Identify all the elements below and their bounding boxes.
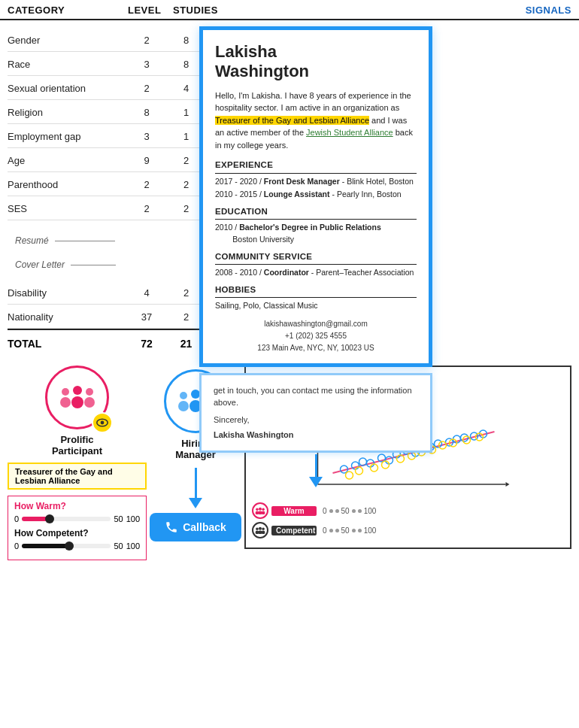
cover-letter-inner: get in touch, you can contact me using t… <box>203 377 429 449</box>
chart-scales: Warm 0 50 100 <box>252 502 564 538</box>
row-category-parenthood: Parenthood <box>8 179 128 190</box>
row-category-religion: Religion <box>8 107 128 118</box>
cover-letter-card: get in touch, you can contact me using t… <box>199 373 432 453</box>
cover-letter-label: Cover Letter <box>15 259 65 270</box>
row-level-race: 3 <box>128 59 165 70</box>
main-content: Gender 2 8 261 Race 3 8 261 Sexual orien… <box>0 20 579 354</box>
education-title: EDUCATION <box>215 205 417 220</box>
resume-label: Resumé <box>15 235 49 246</box>
doc-labels-spacer: Resumé Cover Letter <box>8 220 226 281</box>
warm-people-small <box>255 507 265 514</box>
row-level-religion: 8 <box>128 107 165 118</box>
resume-name: LakishaWashington <box>215 42 417 82</box>
warm-scale-row: 0 50 100 <box>14 514 140 523</box>
resume-card: LakishaWashington Hello, I'm Lakisha. I … <box>199 26 432 367</box>
table-row: Age 9 2 9 <box>8 148 226 172</box>
total-level: 72 <box>128 338 165 350</box>
row-category-gender: Gender <box>8 35 128 46</box>
svg-point-2 <box>73 386 82 395</box>
svg-point-61 <box>262 511 265 514</box>
hobbies-title: HOBBIES <box>215 284 417 298</box>
svg-point-62 <box>256 528 259 531</box>
row-level-disability: 4 <box>128 287 165 299</box>
header-studies: STUDIES <box>173 5 226 16</box>
resume-bio: Hello, I'm Lakisha. I have 8 years of ex… <box>215 89 417 152</box>
svg-point-8 <box>180 392 187 399</box>
experience-title: EXPERIENCE <box>215 159 417 173</box>
connector-line <box>315 454 317 477</box>
competent-thumb <box>65 541 74 551</box>
table-row: Parenthood 2 2 2 <box>8 172 226 196</box>
svg-point-67 <box>262 531 265 534</box>
row-category-nationality: Nationality <box>8 311 128 323</box>
rows-container: Gender 2 8 261 Race 3 8 261 Sexual orien… <box>8 28 226 354</box>
competent-scale-bar <box>22 544 111 548</box>
competent-scale-label: Competent <box>271 526 317 535</box>
row-category-age: Age <box>8 155 128 166</box>
resume-contact: lakishawashington@gmail.com +1 (202) 325… <box>215 318 417 354</box>
row-level-employment: 3 <box>128 131 165 142</box>
warm-scale-bar <box>22 517 111 521</box>
svg-point-66 <box>262 528 265 531</box>
row-level-parenthood: 2 <box>128 179 165 190</box>
row-category-sexual: Sexual orientation <box>8 83 128 94</box>
warmth-section: How Warm? 0 50 100 How Competent? 0 50 1… <box>8 496 147 560</box>
arrow-head <box>189 498 202 508</box>
participant-label: Prolific Participant <box>8 434 147 457</box>
connector-down <box>199 454 432 487</box>
competent-dots-scale: 0 50 100 <box>323 526 376 535</box>
table-row: Nationality 37 2 37 <box>8 305 226 329</box>
bio-before: Hello, I'm Lakisha. I have 8 years of ex… <box>215 91 411 113</box>
total-row: TOTAL 72 21 331 <box>8 329 226 354</box>
participant-circle <box>45 366 109 429</box>
competent-scale-row: 0 50 100 <box>14 541 140 551</box>
community-title: COMMUNITY SERVICE <box>215 250 417 265</box>
table-row: Disability 4 2 4 <box>8 281 226 305</box>
highlight-box: Treasurer of the Gay and Lesbian Allianc… <box>8 463 147 490</box>
resume-card-wrapper: LakishaWashington Hello, I'm Lakisha. I … <box>199 20 432 487</box>
svg-point-41 <box>461 434 468 441</box>
callback-button[interactable]: Callback <box>150 513 241 541</box>
community-row: 2008 - 2010 / Coordinator - Parent–Teach… <box>215 267 417 279</box>
cover-text: get in touch, you can contact me using t… <box>214 384 418 409</box>
bio-highlight-green: Jewish Student Alliance <box>306 128 393 137</box>
row-level-gender: 2 <box>128 35 165 46</box>
svg-point-56 <box>256 508 259 511</box>
cover-closing: Sincerely, <box>214 414 418 426</box>
svg-point-9 <box>178 401 189 411</box>
edu-row: 2010 / Bachelor's Degree in Public Relat… <box>215 222 417 246</box>
exp-row-1: 2017 - 2020 / Front Desk Manager - Blink… <box>215 176 417 188</box>
connector-arrow <box>309 477 323 487</box>
row-category-employment: Employment gap <box>8 131 128 142</box>
svg-point-58 <box>259 508 262 511</box>
svg-point-0 <box>62 388 69 396</box>
total-label: TOTAL <box>8 338 128 350</box>
warm-label: How Warm? <box>14 501 140 511</box>
svg-point-60 <box>262 508 265 511</box>
warm-people-icon <box>252 502 268 519</box>
header-category: CATEGORY <box>8 5 128 16</box>
row-level-sexual: 2 <box>128 83 165 94</box>
svg-point-64 <box>259 527 262 530</box>
svg-marker-24 <box>506 482 510 487</box>
participant-circle-wrap <box>8 366 147 429</box>
row-level-ses: 2 <box>128 203 165 214</box>
resume-card-inner: LakishaWashington Hello, I'm Lakisha. I … <box>205 32 427 362</box>
competent-scale-chart-row: Competent 0 50 100 <box>252 522 564 538</box>
warm-dots-scale: 0 50 100 <box>323 507 376 515</box>
warm-thumb <box>45 514 54 523</box>
hobbies-row: Sailing, Polo, Classical Music <box>215 300 417 312</box>
table-row: SES 2 2 2 <box>8 196 226 220</box>
svg-point-7 <box>101 421 105 425</box>
row-level-nationality: 37 <box>128 311 165 323</box>
row-category-race: Race <box>8 59 128 70</box>
competent-people-icon <box>252 522 268 538</box>
eye-badge <box>92 412 113 433</box>
competent-people-small <box>255 526 265 534</box>
bio-highlight-yellow: Treasurer of the Gay and Lesbian Allianc… <box>215 116 369 125</box>
table-row: Gender 2 8 261 <box>8 28 226 52</box>
participant-card: Prolific Participant Treasurer of the Ga… <box>8 366 147 560</box>
row-category-ses: SES <box>8 203 128 214</box>
arrow-line <box>195 468 197 498</box>
eye-icon <box>96 418 108 427</box>
